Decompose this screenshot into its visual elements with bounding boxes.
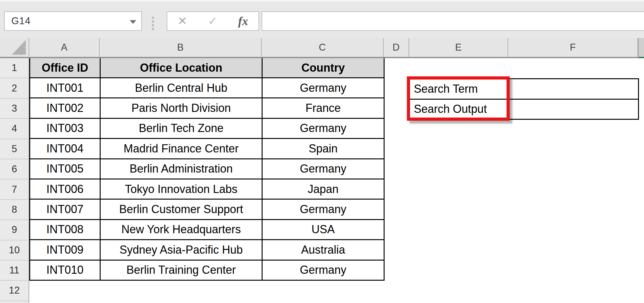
cell-a11[interactable]: INT010 [30,261,101,281]
cell-a6[interactable]: INT005 [30,159,101,179]
column-header-e[interactable]: E [409,38,508,58]
cell-c6[interactable]: Germany [263,159,385,179]
cell-e2-search-term-label[interactable]: Search Term [410,79,509,100]
cell-c8[interactable]: Germany [263,200,385,220]
cell-b4[interactable]: Berlin Tech Zone [101,119,263,139]
cell-a4[interactable]: INT003 [30,119,101,139]
column-header-d[interactable]: D [384,38,409,58]
cell-a3[interactable]: INT002 [30,98,101,118]
row-header-13[interactable] [0,301,29,303]
column-header-b[interactable]: B [100,38,262,58]
cell-b11[interactable]: Berlin Training Center [101,261,263,281]
enter-icon[interactable]: ✓ [208,14,217,28]
table-header-cell-a1[interactable]: Office ID [30,58,101,78]
cell-c7[interactable]: Japan [263,179,385,200]
cell-f3-search-output-value[interactable] [509,100,639,120]
column-header-a[interactable]: A [29,38,100,58]
cell-b8[interactable]: Berlin Customer Support [101,200,263,220]
office-table: Office IDOffice LocationCountryINT001Ber… [29,58,385,281]
row-header-8[interactable]: 8 [0,200,29,220]
cell-a2[interactable]: INT001 [30,78,101,98]
formula-bar-input[interactable] [262,11,644,31]
select-all-triangle-icon [12,40,26,55]
cell-f2-search-term-value[interactable] [509,79,639,100]
column-header-c[interactable]: C [262,38,384,58]
cell-c4[interactable]: Germany [263,119,385,139]
column-header-g-partial-selected[interactable] [638,38,644,58]
cell-c2[interactable]: Germany [263,78,385,98]
table-header-cell-c1[interactable]: Country [263,58,385,78]
cell-b2[interactable]: Berlin Central Hub [101,78,263,98]
formula-bar-buttons: ✕ ✓ fx [167,11,259,31]
table-header-cell-b1[interactable]: Office Location [101,58,263,78]
cell-c10[interactable]: Australia [263,240,385,260]
cell-b6[interactable]: Berlin Administration [101,159,263,179]
cell-a8[interactable]: INT007 [30,200,101,220]
cell-b5[interactable]: Madrid Finance Center [101,139,263,159]
row-header-7[interactable]: 7 [0,179,29,200]
row-header-4[interactable]: 4 [0,119,29,139]
cell-c11[interactable]: Germany [263,261,385,281]
cell-a10[interactable]: INT009 [30,240,101,260]
select-all-button[interactable] [0,38,29,58]
cell-e3-search-output-label[interactable]: Search Output [410,100,509,120]
cancel-icon[interactable]: ✕ [178,14,187,28]
row-header-5[interactable]: 5 [0,139,29,159]
row-header-1[interactable]: 1 [0,58,29,78]
cell-b3[interactable]: Paris North Division [101,98,263,118]
insert-function-icon[interactable]: fx [238,14,248,28]
cell-c9[interactable]: USA [263,220,385,240]
cell-a9[interactable]: INT008 [30,220,101,240]
row-header-3[interactable]: 3 [0,99,29,119]
column-header-f[interactable]: F [508,38,638,58]
name-box-value: G14 [11,15,31,27]
cell-a5[interactable]: INT004 [30,139,101,159]
formula-bar-resize-handle[interactable] [152,17,154,30]
name-box-dropdown-icon[interactable] [130,20,136,24]
cell-a7[interactable]: INT006 [30,179,101,200]
row-header-12[interactable]: 12 [0,281,29,301]
cell-c5[interactable]: Spain [263,139,385,159]
cell-b10[interactable]: Sydney Asia-Pacific Hub [101,240,263,260]
formula-bar-strip: G14 ✕ ✓ fx [0,0,644,38]
name-box[interactable]: G14 [4,11,142,31]
row-header-9[interactable]: 9 [0,220,29,240]
cell-b9[interactable]: New York Headquarters [101,220,263,240]
row-header-10[interactable]: 10 [0,240,29,261]
cell-b7[interactable]: Tokyo Innovation Labs [101,179,263,200]
row-header-2[interactable]: 2 [0,78,29,98]
search-panel: Search Term Search Output [409,78,639,120]
cell-c3[interactable]: France [263,98,385,118]
row-header-11[interactable]: 11 [0,261,29,281]
row-header-6[interactable]: 6 [0,159,29,179]
row-header-column: 123456789101112 [0,58,29,303]
